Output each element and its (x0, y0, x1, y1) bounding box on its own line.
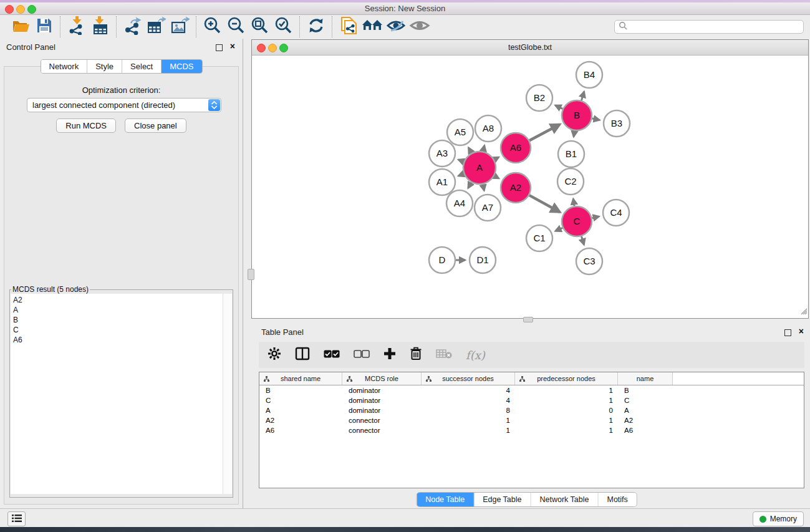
graph-edge-A-A3[interactable] (458, 160, 464, 162)
tab-select[interactable]: Select (122, 60, 162, 73)
table-cell[interactable]: dominator (342, 405, 422, 415)
search-field[interactable] (614, 20, 804, 34)
show-task-history-button[interactable] (7, 511, 26, 526)
graph-edge-A-A1[interactable] (458, 174, 464, 176)
open-session-button[interactable] (9, 16, 32, 37)
result-item[interactable]: A2 (13, 295, 223, 305)
network-canvas[interactable]: B4B2BB3A8A5A6A3B1AA1C2A2A4A7C4CC1C3DD1 (252, 56, 808, 318)
zoom-selected-button[interactable] (272, 16, 296, 37)
table-cell[interactable]: C (259, 395, 342, 405)
table-cell[interactable]: 4 (422, 385, 515, 395)
graph-edge-A-A6[interactable] (494, 157, 499, 160)
tab-edge-table[interactable]: Edge Table (474, 493, 531, 506)
unselect-all-button[interactable] (354, 349, 370, 360)
graph-edge-B-B3[interactable] (592, 118, 600, 120)
tab-node-table[interactable]: Node Table (417, 493, 474, 506)
table-cell[interactable]: A (259, 405, 342, 415)
tab-mcds[interactable]: MCDS (162, 60, 201, 73)
table-cell[interactable]: connector (342, 415, 422, 425)
graph-edge-B-B4[interactable] (581, 92, 584, 100)
tab-style[interactable]: Style (87, 60, 122, 73)
result-scrollbar[interactable] (223, 294, 232, 494)
table-cell[interactable]: A6 (618, 425, 673, 435)
delete-column-button[interactable] (410, 347, 422, 363)
graph-edge-A2-C[interactable] (529, 195, 560, 212)
memory-button[interactable]: Memory (753, 511, 804, 526)
column-header-mcds-role[interactable]: MCDS role (342, 372, 422, 385)
vertical-splitter-handle[interactable] (248, 269, 254, 280)
result-item[interactable]: A (13, 305, 223, 315)
import-network-button[interactable] (65, 16, 89, 37)
result-item[interactable]: B (13, 315, 223, 325)
graph-edge-A-A5[interactable] (468, 148, 471, 153)
graph-edge-A-A8[interactable] (483, 145, 485, 151)
graph-edge-A-A2[interactable] (494, 176, 499, 178)
table-cell[interactable]: 8 (422, 405, 515, 415)
table-cell[interactable]: 4 (422, 395, 515, 405)
table-cell[interactable]: C (618, 395, 673, 405)
table-row[interactable]: Bdominator41B (259, 385, 804, 395)
graph-edge-A6-B[interactable] (529, 125, 560, 141)
graph-edge-B-B1[interactable] (574, 131, 574, 137)
column-header-successor-nodes[interactable]: successor nodes (422, 372, 515, 385)
export-table-button[interactable] (145, 16, 168, 37)
table-cell[interactable]: 1 (422, 425, 515, 435)
column-header-shared-name[interactable]: shared name (259, 372, 342, 385)
hide-graphics-details-button[interactable] (384, 16, 408, 37)
horizontal-splitter-handle[interactable] (523, 317, 533, 322)
zoom-in-button[interactable] (201, 16, 224, 37)
table-row[interactable]: A2connector11A2 (259, 415, 804, 425)
table-cell[interactable]: 1 (515, 395, 618, 405)
show-columns-button[interactable] (295, 347, 310, 363)
refresh-button[interactable] (304, 16, 328, 37)
graph-edge-C-C1[interactable] (556, 228, 563, 231)
column-header-name[interactable]: name (618, 372, 673, 385)
resize-grip-icon[interactable] (799, 306, 808, 317)
table-cell[interactable]: B (259, 385, 342, 395)
delete-table-button[interactable] (436, 349, 452, 361)
table-row[interactable]: A6connector11A6 (259, 425, 804, 435)
save-session-button[interactable] (32, 16, 56, 37)
table-cell[interactable]: A2 (259, 415, 342, 425)
zoom-out-button[interactable] (224, 16, 248, 37)
run-mcds-button[interactable]: Run MCDS (56, 118, 116, 133)
export-image-button[interactable] (168, 16, 192, 37)
graph-edge-C-C4[interactable] (592, 216, 599, 218)
graph-edge-C-C3[interactable] (582, 236, 584, 244)
close-table-panel-icon[interactable]: × (799, 326, 804, 337)
result-item[interactable]: C (13, 325, 223, 335)
tab-network-table[interactable]: Network Table (531, 493, 599, 506)
graph-edge-A-A7[interactable] (483, 185, 484, 191)
cyndex-browse-button[interactable] (360, 16, 384, 37)
table-options-button[interactable] (268, 347, 281, 363)
table-cell[interactable]: 1 (515, 385, 618, 395)
network-window-titlebar[interactable]: testGlobe.txt (252, 40, 808, 56)
table-row[interactable]: Adominator80A (259, 405, 804, 415)
table-cell[interactable]: 1 (422, 415, 515, 425)
table-cell[interactable]: dominator (342, 395, 422, 405)
function-builder-button[interactable]: f(x) (466, 349, 485, 362)
column-header-predecessor-nodes[interactable]: predecessor nodes (515, 372, 618, 385)
table-cell[interactable]: A6 (259, 425, 342, 435)
result-item[interactable]: A6 (13, 335, 223, 345)
table-cell[interactable]: 1 (515, 415, 618, 425)
import-table-button[interactable] (89, 16, 112, 37)
create-column-button[interactable] (383, 347, 396, 362)
table-cell[interactable]: A (618, 405, 673, 415)
float-table-panel-icon[interactable] (784, 329, 791, 336)
zoom-fit-button[interactable] (248, 16, 272, 37)
show-graphics-details-button[interactable] (408, 16, 432, 37)
tab-network[interactable]: Network (41, 60, 87, 73)
table-cell[interactable]: dominator (342, 385, 422, 395)
float-panel-icon[interactable] (216, 44, 223, 51)
select-all-button[interactable] (324, 349, 340, 360)
search-input[interactable] (627, 22, 786, 32)
mcds-result-list[interactable]: A2ABCA6 (11, 294, 223, 494)
table-row[interactable]: Cdominator41C (259, 395, 804, 405)
table-cell[interactable]: A2 (618, 415, 673, 425)
graph-edge-A-A4[interactable] (468, 183, 471, 188)
graph-edge-B-B2[interactable] (555, 105, 562, 109)
table-cell[interactable]: connector (342, 425, 422, 435)
export-network-button[interactable] (121, 16, 145, 37)
clone-network-button[interactable] (337, 16, 360, 37)
